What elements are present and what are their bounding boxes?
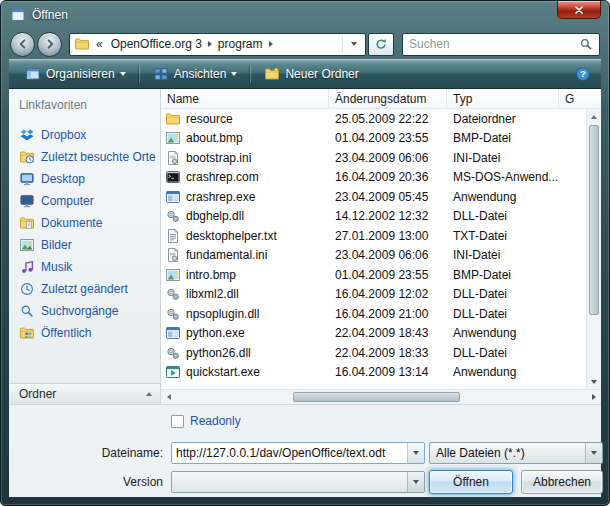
column-header-g[interactable]: G [559, 89, 586, 108]
folders-label: Ordner [19, 387, 56, 401]
open-button[interactable]: Öffnen [429, 470, 513, 494]
scroll-right-button[interactable] [586, 390, 601, 404]
file-row[interactable]: about.bmp01.04.2009 23:55BMP-Datei [161, 129, 586, 149]
documents-icon [19, 215, 35, 231]
file-row[interactable]: fundamental.ini23.04.2009 06:06INI-Datei [161, 246, 586, 266]
version-dropdown-button[interactable] [407, 472, 424, 492]
new-folder-icon [264, 66, 280, 82]
image-icon [165, 267, 181, 283]
breadcrumb-arrow-icon[interactable] [208, 41, 212, 47]
readonly-label: Readonly [190, 414, 241, 428]
file-row[interactable]: crashrep.com16.04.2009 20:36MS-DOS-Anwen… [161, 168, 586, 188]
filetype-dropdown-button[interactable] [585, 443, 602, 463]
readonly-checkbox[interactable] [171, 415, 184, 428]
file-row[interactable]: python.exe22.04.2009 18:43Anwendung [161, 324, 586, 344]
dll-icon [165, 306, 181, 322]
toolbar-separator [250, 65, 251, 83]
filetype-value: Alle Dateien (*.*) [430, 446, 585, 460]
scroll-up-button[interactable] [587, 109, 601, 124]
sidebar-item-music[interactable]: Musik [9, 256, 160, 278]
file-date: 16.04.2009 12:02 [329, 287, 447, 301]
chevron-down-icon [413, 451, 419, 455]
file-name: npsoplugin.dll [186, 307, 259, 321]
views-button[interactable]: Ansichten [145, 63, 246, 85]
triangle-down-icon [591, 380, 597, 384]
sidebar-item-recently-changed[interactable]: Zuletzt geändert [9, 278, 160, 300]
file-name: resource [186, 112, 233, 126]
sidebar-item-label: Desktop [41, 172, 85, 186]
sidebar-item-desktop[interactable]: Desktop [9, 168, 160, 190]
breadcrumb-overflow[interactable]: « [94, 37, 105, 51]
close-icon [572, 3, 586, 17]
address-bar[interactable]: « OpenOffice.org 3program [69, 33, 366, 56]
sidebar-item-label: Zuletzt besuchte Orte [41, 150, 156, 164]
ini-icon [165, 247, 181, 263]
views-icon [153, 66, 169, 82]
cancel-button[interactable]: Abbrechen [521, 470, 603, 494]
svg-text:?: ? [580, 68, 586, 79]
sidebar-item-recent-places[interactable]: Zuletzt besuchte Orte [9, 146, 160, 168]
chevron-down-icon [120, 72, 126, 76]
file-row[interactable]: resource25.05.2009 22:22Dateiordner [161, 109, 586, 129]
sidebar-item-pictures[interactable]: Bilder [9, 234, 160, 256]
scroll-left-button[interactable] [161, 390, 176, 404]
organize-label: Organisieren [46, 67, 115, 81]
version-label: Version [9, 475, 163, 489]
file-row[interactable]: desktophelper.txt27.01.2009 13:00TXT-Dat… [161, 226, 586, 246]
version-combobox[interactable] [171, 471, 425, 493]
sidebar-header: Linkfavoriten [9, 89, 160, 124]
sidebar-item-public[interactable]: Öffentlich [9, 322, 160, 344]
column-header-typ[interactable]: Typ [447, 89, 559, 108]
horizontal-scrollbar[interactable] [161, 389, 601, 404]
sidebar-item-searches[interactable]: Suchvorgänge [9, 300, 160, 322]
file-row[interactable]: intro.bmp01.04.2009 23:55BMP-Datei [161, 265, 586, 285]
file-name: about.bmp [186, 131, 243, 145]
file-row[interactable]: python26.dll22.04.2009 18:33DLL-Datei [161, 343, 586, 363]
file-row[interactable]: crashrep.exe23.04.2009 05:45Anwendung [161, 187, 586, 207]
file-date: 22.04.2009 18:33 [329, 346, 447, 360]
filetype-combobox[interactable]: Alle Dateien (*.*) [429, 442, 603, 464]
file-row[interactable]: quickstart.exe16.04.2009 13:14Anwendung [161, 363, 586, 383]
breadcrumb-arrow-icon[interactable] [269, 41, 273, 47]
file-row[interactable]: bootstrap.ini23.04.2009 06:06INI-Datei [161, 148, 586, 168]
new-folder-button[interactable]: Neuer Ordner [256, 63, 366, 85]
horizontal-scroll-thumb[interactable] [293, 392, 460, 402]
sidebar-item-computer[interactable]: Computer [9, 190, 160, 212]
triangle-right-icon [592, 394, 596, 400]
file-row[interactable]: dbghelp.dll14.12.2002 12:32DLL-Datei [161, 207, 586, 227]
organize-button[interactable]: Organisieren [17, 63, 134, 85]
search-box [402, 33, 600, 56]
filename-combobox [171, 442, 425, 464]
music-icon [19, 259, 35, 275]
dropbox-icon [19, 127, 35, 143]
forward-button[interactable] [37, 32, 62, 57]
vertical-scrollbar[interactable] [586, 109, 601, 389]
column-header-änderungsdatum[interactable]: Änderungsdatum [329, 89, 447, 108]
file-date: 23.04.2009 06:06 [329, 151, 447, 165]
back-button[interactable] [10, 32, 35, 57]
close-button[interactable] [557, 1, 601, 19]
refresh-icon [374, 37, 388, 51]
scroll-down-button[interactable] [587, 374, 601, 389]
recently-changed-icon [19, 281, 35, 297]
folders-expander[interactable]: Ordner [9, 383, 160, 404]
file-row[interactable]: npsoplugin.dll16.04.2009 21:00DLL-Datei [161, 304, 586, 324]
sidebar-item-documents[interactable]: Dokumente [9, 212, 160, 234]
column-header-name[interactable]: Name [161, 89, 329, 108]
address-dropdown-button[interactable] [347, 42, 361, 46]
chevron-down-icon [231, 72, 237, 76]
vertical-scroll-thumb[interactable] [589, 125, 599, 315]
sidebar-item-dropbox[interactable]: Dropbox [9, 124, 160, 146]
toolbar-separator [139, 65, 140, 83]
help-button[interactable]: ? [573, 64, 593, 84]
filename-dropdown-button[interactable] [407, 443, 424, 463]
file-row[interactable]: libxml2.dll16.04.2009 12:02DLL-Datei [161, 285, 586, 305]
breadcrumb-segment[interactable]: OpenOffice.org 3 [109, 37, 204, 51]
footer-controls: Readonly Dateiname: Alle Dateien (*.*) V… [9, 406, 601, 497]
refresh-button[interactable] [368, 33, 394, 56]
file-date: 23.04.2009 05:45 [329, 190, 447, 204]
breadcrumb-segment[interactable]: program [216, 37, 265, 51]
filename-input[interactable] [172, 443, 407, 463]
sidebar-item-label: Bilder [41, 238, 72, 252]
search-input[interactable] [409, 37, 579, 51]
